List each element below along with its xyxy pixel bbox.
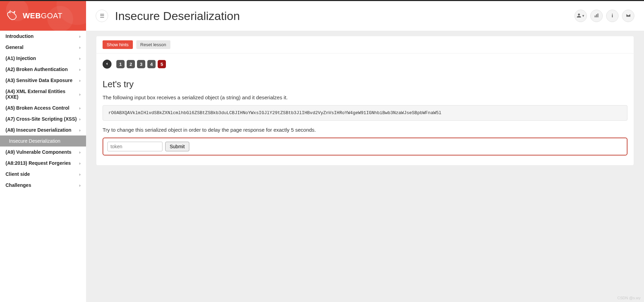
chevron-right-icon: ›	[79, 161, 81, 166]
bar-chart-icon	[594, 13, 599, 19]
nav-introduction[interactable]: Introduction›	[0, 31, 86, 42]
svg-rect-0	[595, 16, 595, 17]
nav-client-side[interactable]: Client side›	[0, 169, 86, 180]
svg-rect-2	[598, 13, 598, 17]
chevron-right-icon: ›	[79, 117, 81, 122]
svg-rect-4	[612, 15, 613, 17]
page-5[interactable]: 5	[158, 60, 166, 68]
chevron-right-icon: ›	[79, 150, 81, 155]
chevron-right-icon: ›	[79, 78, 81, 83]
arrow-left-icon	[105, 61, 109, 67]
nav-a9-vulnerable-components[interactable]: (A9) Vulnerable Components›	[0, 147, 86, 158]
nav-challenges[interactable]: Challenges›	[0, 180, 86, 191]
nav-a5-broken-access[interactable]: (A5) Broken Access Control›	[0, 102, 86, 113]
chevron-right-icon: ›	[79, 45, 81, 50]
menu-toggle-button[interactable]: ☰	[96, 10, 108, 22]
page-title: Insecure Deserialization	[115, 9, 568, 23]
nav-a1-injection[interactable]: (A1) Injection›	[0, 53, 86, 64]
svg-rect-1	[596, 14, 597, 17]
watermark: CSDN @s.wy	[617, 296, 641, 300]
page-back-button[interactable]	[103, 60, 112, 69]
submit-button[interactable]: Submit	[165, 142, 189, 151]
sidebar-nav: Introduction› General› (A1) Injection› (…	[0, 31, 86, 191]
info-icon	[610, 13, 615, 19]
page-1[interactable]: 1	[116, 60, 125, 68]
menu-icon: ☰	[100, 13, 104, 19]
nav-a2-broken-auth[interactable]: (A2) Broken Authentication›	[0, 64, 86, 75]
show-hints-button[interactable]: Show hints	[103, 40, 133, 49]
reset-lesson-button[interactable]: Reset lesson	[136, 40, 170, 49]
brand-text: WEBGOAT	[23, 11, 63, 20]
lesson-panel: Show hints Reset lesson 1 2 3 4 5	[96, 36, 634, 165]
lesson-heading: Let's try	[103, 79, 627, 90]
lesson-intro: The following input box receives a seria…	[103, 94, 627, 100]
page-2[interactable]: 2	[127, 60, 135, 68]
nav-a8-insecure-deserialization[interactable]: (A8) Insecure Deserialization›	[0, 124, 86, 135]
nav-sub-insecure-deserialization[interactable]: Insecure Deserialization	[0, 135, 86, 147]
envelope-icon	[626, 13, 631, 19]
logo: WEBGOAT	[0, 1, 86, 31]
mail-button[interactable]	[622, 10, 634, 22]
page-4[interactable]: 4	[147, 60, 156, 68]
chevron-right-icon: ›	[79, 128, 81, 133]
caret-down-icon: ▼	[582, 14, 585, 18]
nav-a4-xxe[interactable]: (A4) XML External Entities (XXE)›	[0, 86, 86, 102]
user-icon	[577, 13, 581, 19]
token-input[interactable]	[107, 142, 162, 151]
report-button[interactable]	[590, 10, 603, 22]
page-3[interactable]: 3	[137, 60, 145, 68]
nav-a3-sensitive-data[interactable]: (A3) Sensitive Data Exposure›	[0, 75, 86, 86]
chevron-right-icon: ›	[79, 67, 81, 72]
lesson-instruction: Try to change this serialized object in …	[103, 127, 627, 133]
chevron-right-icon: ›	[79, 172, 81, 177]
chevron-right-icon: ›	[79, 56, 81, 61]
nav-general[interactable]: General›	[0, 42, 86, 53]
chevron-right-icon: ›	[79, 34, 81, 39]
svg-point-3	[612, 13, 613, 14]
chevron-right-icon: ›	[79, 92, 81, 97]
nav-a8-2013-request-forgeries[interactable]: (A8:2013) Request Forgeries›	[0, 158, 86, 169]
nav-a7-xss[interactable]: (A7) Cross-Site Scripting (XSS)›	[0, 113, 86, 124]
chevron-right-icon: ›	[79, 105, 81, 111]
info-button[interactable]	[606, 10, 619, 22]
goat-icon	[6, 9, 19, 23]
user-menu-button[interactable]: ▼	[574, 10, 587, 22]
chevron-right-icon: ›	[79, 183, 81, 188]
serialized-object-display: rO0ABXQAVklmIHlvdSBkZXNlcmlhbGl6ZSBtZSBk…	[103, 105, 627, 121]
attack-form: Submit	[103, 138, 627, 155]
